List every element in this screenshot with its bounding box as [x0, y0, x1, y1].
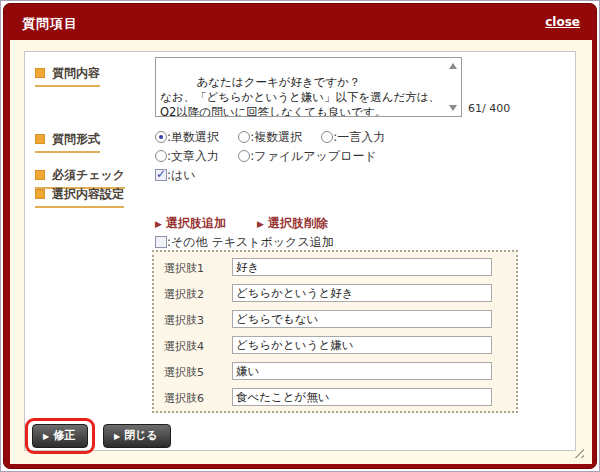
triangle-right-icon: ▶	[114, 432, 120, 441]
form-panel: 質問内容 あなたはクーキが好きですか？ なお、「どちらかというと嫌い」以下を選ん…	[24, 51, 576, 451]
radio-icon[interactable]	[155, 150, 167, 162]
choice-row-1: 選択肢1	[160, 257, 516, 283]
other-textbox-row: :その他 テキストボックス追加	[155, 234, 348, 251]
radio-icon[interactable]	[238, 131, 250, 143]
radio-icon[interactable]	[238, 150, 250, 162]
radio-option-text-input[interactable]: :文章入力	[155, 148, 219, 165]
dialog-body: 質問内容 あなたはクーキが好きですか？ なお、「どちらかというと嫌い」以下を選ん…	[10, 40, 592, 464]
checkbox-checked-icon[interactable]	[155, 169, 167, 181]
choice-input-6[interactable]	[232, 388, 492, 406]
choice-row-5: 選択肢5	[160, 361, 516, 387]
choice-settings-label: 選択内容設定	[35, 183, 124, 208]
orange-square-icon	[35, 68, 45, 78]
radio-icon[interactable]	[321, 131, 333, 143]
scroll-up-icon[interactable]	[449, 63, 457, 69]
dialog-window: 質問項目 close 質問内容 あなたはクーキが好きですか？ なお、「どちらかと…	[0, 0, 600, 472]
orange-square-icon	[35, 189, 45, 199]
choice-row-2: 選択肢2	[160, 283, 516, 309]
radio-option-multi-select[interactable]: :複数選択	[238, 129, 302, 146]
question-textarea[interactable]: あなたはクーキが好きですか？ なお、「どちらかというと嫌い」以下を選んだ方は、Q…	[155, 57, 462, 117]
required-yes-checkbox[interactable]: :はい	[155, 167, 196, 184]
choice-row-6: 選択肢6	[160, 387, 516, 413]
choice-links-row: ▶選択肢追加 ▶選択肢削除	[155, 212, 354, 232]
char-counter: 61/ 400	[468, 102, 510, 115]
scroll-down-icon[interactable]	[449, 105, 457, 111]
submit-button[interactable]: ▶修正	[32, 424, 88, 448]
triangle-right-icon: ▶	[155, 219, 162, 229]
question-format-label: 質問形式	[35, 128, 100, 153]
choice-row-4: 選択肢4	[160, 335, 516, 361]
checkbox-icon[interactable]	[155, 236, 167, 248]
format-radio-row-2: :文章入力 :ファイルアップロード	[155, 145, 391, 165]
triangle-right-icon: ▶	[43, 432, 49, 441]
question-textarea-value: あなたはクーキが好きですか？ なお、「どちらかというと嫌い」以下を選んだ方は、Q…	[160, 75, 440, 117]
question-content-label: 質問内容	[35, 62, 100, 87]
radio-selected-icon[interactable]	[155, 131, 167, 143]
choice-input-1[interactable]	[232, 258, 492, 276]
orange-square-icon	[35, 170, 45, 180]
other-textbox-checkbox[interactable]: :その他 テキストボックス追加	[155, 234, 334, 251]
choice-input-4[interactable]	[232, 336, 492, 354]
triangle-right-icon: ▶	[257, 219, 264, 229]
choice-input-3[interactable]	[232, 310, 492, 328]
dialog-titlebar: 質問項目 close	[10, 8, 590, 38]
close-button[interactable]: ▶閉じる	[103, 424, 171, 448]
close-button-wrap: ▶閉じる	[103, 424, 171, 448]
radio-option-single-select[interactable]: :単数選択	[155, 129, 219, 146]
choice-row-3: 選択肢3	[160, 309, 516, 335]
dialog-frame: 質問項目 close 質問内容 あなたはクーキが好きですか？ なお、「どちらかと…	[3, 3, 597, 469]
format-radio-row-1: :単数選択 :複数選択 :一言入力	[155, 126, 399, 146]
required-check-row: :はい	[155, 164, 210, 184]
textarea-scrollbar[interactable]	[446, 59, 460, 115]
close-link[interactable]: close	[545, 15, 580, 29]
choices-box: 選択肢1 選択肢2 選択肢3 選択肢4	[152, 250, 518, 413]
choice-input-5[interactable]	[232, 362, 492, 380]
orange-square-icon	[35, 134, 45, 144]
add-choice-link[interactable]: ▶選択肢追加	[155, 216, 226, 230]
choice-input-2[interactable]	[232, 284, 492, 302]
radio-option-file-upload[interactable]: :ファイルアップロード	[238, 148, 377, 165]
submit-highlight-annotation: ▶修正	[25, 418, 95, 454]
radio-option-one-word[interactable]: :一言入力	[321, 129, 385, 146]
dialog-title: 質問項目	[22, 15, 78, 33]
delete-choice-link[interactable]: ▶選択肢削除	[257, 216, 328, 230]
